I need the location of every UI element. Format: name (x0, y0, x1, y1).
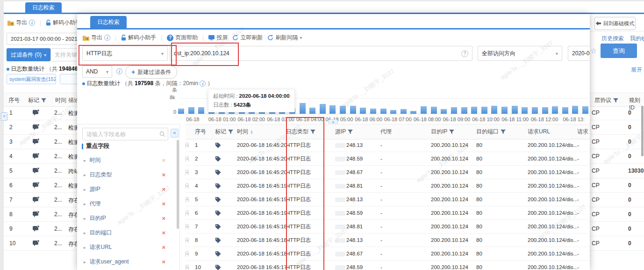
chart-bar[interactable] (542, 107, 548, 114)
field-item[interactable]: ▸ 时间 × (77, 153, 179, 168)
back-to-basic-mode-button[interactable]: 回到基础模式 (594, 17, 636, 30)
filter-icon[interactable] (501, 130, 506, 134)
expand-row-button[interactable]: + (186, 170, 189, 175)
filter-icon[interactable] (310, 130, 315, 134)
tag-icon[interactable] (215, 142, 237, 148)
remove-field-icon[interactable]: × (162, 186, 165, 193)
chart-bar[interactable] (451, 107, 457, 114)
bg-export-button[interactable]: 导出 i (7, 19, 35, 27)
chart-bar[interactable] (178, 109, 184, 114)
expand-row-button[interactable]: + (186, 224, 189, 229)
message-icon[interactable] (33, 226, 40, 232)
chart-bar[interactable] (198, 107, 204, 114)
direction-select[interactable]: 全部访问方向▾ (478, 46, 562, 61)
chart-bar[interactable] (572, 106, 578, 114)
message-icon[interactable] (33, 124, 40, 130)
bg-table-scrollbar[interactable] (641, 106, 644, 156)
chart-bar[interactable] (491, 106, 497, 114)
operator-select[interactable]: AND▾ (82, 66, 112, 78)
col-time[interactable]: 时间▲▼ (237, 128, 286, 136)
field-search-input[interactable] (82, 128, 168, 140)
filter-icon[interactable] (348, 130, 353, 134)
field-item[interactable]: ▸ 源IP × (77, 182, 179, 197)
expand-row-button[interactable]: + (186, 211, 189, 216)
chart-bar[interactable] (320, 104, 326, 114)
message-icon[interactable] (33, 240, 40, 246)
tag-icon[interactable] (215, 210, 237, 216)
field-item[interactable]: ▸ 代理 × (77, 197, 179, 211)
filter-icon[interactable] (449, 130, 454, 134)
chart-bar[interactable] (329, 105, 336, 114)
chart-bar[interactable] (461, 107, 467, 114)
fg-date-input[interactable] (568, 46, 590, 61)
remove-field-icon[interactable]: × (162, 244, 165, 251)
chart-bar[interactable] (390, 110, 396, 114)
chart-bar[interactable] (501, 107, 508, 114)
chart-bar[interactable] (522, 107, 528, 114)
expand-row-button[interactable]: + (186, 265, 189, 270)
field-item[interactable]: ▸ 请求URL × (77, 240, 179, 255)
cast-screen-button[interactable]: 投屏 (208, 34, 228, 42)
chart-bar[interactable] (582, 106, 588, 114)
tag-icon[interactable] (215, 237, 237, 243)
message-icon[interactable] (33, 182, 40, 188)
field-item[interactable]: ▸ 目的端口 × (77, 226, 179, 240)
field-item[interactable]: ▸ 目的IP × (77, 211, 179, 226)
bg-filter-chip-2[interactable] (60, 74, 79, 84)
refresh-now-button[interactable]: 立即刷新 (232, 34, 263, 42)
info-icon[interactable]: i (104, 35, 110, 41)
bg-filter-button[interactable]: 过滤条件 (0)▾ (7, 48, 50, 61)
bg-tab-log-search[interactable]: 日志检索 (25, 2, 62, 13)
chart-bar[interactable] (532, 107, 538, 114)
filter-icon[interactable] (41, 98, 46, 103)
query-help-icon[interactable]: ? (461, 50, 468, 57)
field-item[interactable]: ▸ 请求user_agent × (77, 255, 179, 269)
tag-icon[interactable] (215, 264, 237, 270)
remove-field-icon[interactable]: × (162, 157, 165, 164)
tag-icon[interactable] (215, 156, 237, 162)
info-icon[interactable]: i (29, 20, 35, 26)
chart-bar[interactable] (481, 107, 487, 114)
expand-row-button[interactable]: + (186, 183, 189, 189)
chart-bar[interactable] (471, 107, 477, 114)
decode-helper-button[interactable]: 解码小助手 (121, 34, 156, 42)
expand-row-button[interactable]: + (186, 156, 189, 161)
expand-panel-icon[interactable]: » (1, 112, 7, 121)
star-icon[interactable]: ☆ (590, 46, 597, 55)
chart-bar[interactable] (512, 106, 518, 114)
message-icon[interactable] (33, 211, 40, 217)
bg-decode-button[interactable]: 解码小助手 (46, 19, 81, 27)
log-type-select[interactable]: HTTP日志▾ (82, 46, 168, 61)
message-icon[interactable] (33, 197, 40, 203)
new-filter-button[interactable]: +新建过滤条件 (125, 66, 177, 79)
remove-field-icon[interactable]: × (162, 229, 165, 236)
tag-icon[interactable] (215, 197, 237, 203)
chart-bar[interactable] (401, 109, 407, 114)
my-favorites-link[interactable]: 我的收藏 (630, 35, 644, 43)
history-search-link[interactable]: 历史搜索 (601, 35, 624, 43)
expand-row-button[interactable]: + (186, 251, 189, 256)
info-icon[interactable]: i (200, 80, 206, 87)
message-icon[interactable] (33, 139, 40, 145)
export-button[interactable]: 导出 i (83, 34, 110, 42)
remove-field-icon[interactable]: × (162, 200, 165, 207)
bg-query-button[interactable]: 查询 (601, 44, 637, 58)
message-icon[interactable] (33, 153, 40, 159)
tag-icon[interactable] (215, 224, 237, 230)
remove-field-icon[interactable]: × (162, 215, 165, 222)
chart-bar[interactable] (188, 107, 194, 114)
sort-icon[interactable]: ▲▼ (250, 130, 253, 134)
query-input[interactable] (170, 46, 472, 61)
collapse-field-panel-icon[interactable]: « (171, 129, 179, 138)
chart-bar[interactable] (562, 107, 568, 114)
refresh-interval-dropdown[interactable]: 刷新间隔 ▾ (267, 34, 302, 42)
expand-row-button[interactable]: + (186, 143, 189, 148)
chart-bar[interactable] (360, 108, 366, 114)
field-item[interactable]: ▸ 日志类型 × (77, 168, 179, 182)
chart-bar[interactable] (370, 109, 376, 114)
tag-icon[interactable] (215, 169, 237, 175)
chart-bar[interactable] (309, 108, 315, 114)
chart-bar[interactable] (431, 107, 437, 114)
fg-tab-log-search[interactable]: 日志检索 (90, 16, 127, 28)
remove-field-icon[interactable]: × (162, 258, 165, 265)
